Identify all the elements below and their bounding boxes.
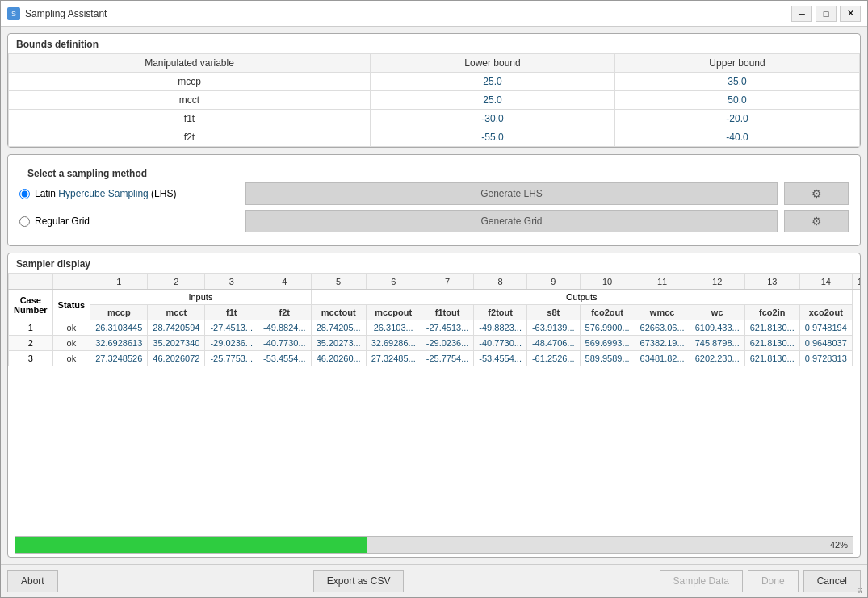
title-bar-controls: ─ □ ✕ <box>791 6 861 22</box>
bounds-col-upper: Upper bound <box>615 54 860 73</box>
col-number-3: 3 <box>205 274 258 290</box>
row-f1tout: -25.7754... <box>421 351 474 366</box>
row-wmcc: 67382.19... <box>635 336 690 351</box>
row-f2tout: -49.8823... <box>474 320 527 336</box>
col-name-xco2out: xco2out <box>799 305 852 320</box>
row-mcct: 28.7420594 <box>148 320 205 336</box>
bounds-lower: -55.0 <box>371 128 615 147</box>
col-number-15: 15 <box>852 274 860 290</box>
row-f1t: -29.0236... <box>205 336 258 351</box>
bounds-panel: Bounds definition Manipulated variable L… <box>7 33 861 148</box>
sampling-title: Select a sampling method <box>19 163 849 182</box>
maximize-button[interactable]: □ <box>816 6 837 22</box>
row-s8t: -48.4706... <box>526 336 580 351</box>
row-mccpout: 26.3103... <box>366 320 421 336</box>
export-csv-button[interactable]: Export as CSV <box>313 570 405 592</box>
row-mcct: 46.2026072 <box>148 351 205 366</box>
bounds-lower: 25.0 <box>371 73 615 91</box>
col-num-1 <box>52 274 90 290</box>
bounds-row: f2t -55.0 -40.0 <box>9 128 860 147</box>
col-name-s8t: s8t <box>526 305 580 320</box>
sampler-panel: Sampler display 12345678910111213141516 … <box>7 253 861 558</box>
bounds-table: Manipulated variable Lower bound Upper b… <box>8 53 860 147</box>
row-fco2in: 621.8130... <box>744 320 799 336</box>
lhs-option[interactable]: Latin Hypercube Sampling (LHS) <box>19 188 245 199</box>
grid-settings-button[interactable]: ⚙ <box>784 210 849 232</box>
col-number-4: 4 <box>258 274 312 290</box>
col-name-mcct: mcct <box>148 305 205 320</box>
bounds-upper: 35.0 <box>615 73 860 91</box>
col-name-f2tout: f2tout <box>474 305 527 320</box>
row-xco2out: 0.9748194 <box>799 320 852 336</box>
progress-bar-fill <box>15 537 367 553</box>
row-fco2out: 569.6993... <box>580 336 635 351</box>
col-name-fco2out: fco2out <box>580 305 635 320</box>
row-mccp: 26.3103445 <box>90 320 148 336</box>
col-number-13: 13 <box>744 274 799 290</box>
regular-grid-option[interactable]: Regular Grid <box>19 215 245 227</box>
bounds-lower: 25.0 <box>371 91 615 110</box>
main-window: S Sampling Assistant ─ □ ✕ Bounds defini… <box>0 0 868 598</box>
col-number-1: 1 <box>90 274 148 290</box>
col-number-10: 10 <box>580 274 635 290</box>
grid-buttons: Generate Grid ⚙ <box>245 210 849 232</box>
table-row: 2 ok 32.6928613 35.2027340 -29.0236... -… <box>9 336 861 351</box>
col-name-fco2in: fco2in <box>744 305 799 320</box>
regular-grid-row: Regular Grid Generate Grid ⚙ <box>19 210 849 232</box>
col-number-12: 12 <box>690 274 744 290</box>
inputs-header: Inputs <box>90 290 311 305</box>
sampler-table-body: 1 ok 26.3103445 28.7420594 -27.4513... -… <box>9 320 861 366</box>
bounds-variable: mcct <box>9 91 371 110</box>
col-name-f2t: f2t <box>258 305 312 320</box>
row-f1t: -27.4513... <box>205 320 258 336</box>
row-status: ok <box>52 320 90 336</box>
row-fco2out: 589.9589... <box>580 351 635 366</box>
close-button[interactable]: ✕ <box>840 6 861 22</box>
row-num: 3 <box>9 351 53 366</box>
row-num: 2 <box>9 336 53 351</box>
bounds-upper: -40.0 <box>615 128 860 147</box>
bounds-col-variable: Manipulated variable <box>9 54 371 73</box>
generate-lhs-button[interactable]: Generate LHS <box>245 182 778 205</box>
bounds-upper: -20.0 <box>615 110 860 128</box>
row-fco2in: 621.8130... <box>744 336 799 351</box>
resize-grip[interactable]: ⠿ <box>858 588 866 596</box>
row-mcct: 35.2027340 <box>148 336 205 351</box>
progress-label: 42% <box>830 540 848 550</box>
col-name-wmcc: wmcc <box>635 305 690 320</box>
sampling-panel: Select a sampling method Latin Hypercube… <box>7 154 861 246</box>
cancel-button[interactable]: Cancel <box>803 570 861 592</box>
sampler-table-container[interactable]: 12345678910111213141516 CaseNumber Statu… <box>8 273 860 533</box>
row-f1t: -25.7753... <box>205 351 258 366</box>
row-mccp: 32.6928613 <box>90 336 148 351</box>
lhs-settings-button[interactable]: ⚙ <box>784 182 849 205</box>
case-number-header: CaseNumber <box>9 290 53 320</box>
done-button[interactable]: Done <box>748 570 799 592</box>
row-wc: 745.8798... <box>690 336 744 351</box>
bounds-row: mcct 25.0 50.0 <box>9 91 860 110</box>
bounds-row: f1t -30.0 -20.0 <box>9 110 860 128</box>
col-name-mcctout: mcctout <box>311 305 366 320</box>
col-name-mccp: mccp <box>90 305 148 320</box>
generate-grid-button[interactable]: Generate Grid <box>245 210 778 232</box>
lhs-label-regular: Latin Hypercube Sampling (LHS) <box>35 188 176 199</box>
column-names-row: mccpmcctf1tf2tmcctoutmccpoutf1toutf2tout… <box>9 305 861 320</box>
app-icon: S <box>7 7 20 20</box>
col-name-f1tout: f1tout <box>421 305 474 320</box>
regular-grid-radio[interactable] <box>19 216 30 227</box>
row-mccpout: 27.32485... <box>366 351 421 366</box>
row-f2tout: -53.4554... <box>474 351 527 366</box>
abort-button[interactable]: Abort <box>7 570 58 592</box>
col-num-0 <box>9 274 53 290</box>
row-f2t: -53.4554... <box>258 351 312 366</box>
sample-data-button[interactable]: Sample Data <box>660 570 743 592</box>
minimize-button[interactable]: ─ <box>791 6 812 22</box>
row-f1tout: -29.0236... <box>421 336 474 351</box>
column-numbers-row: 12345678910111213141516 <box>9 274 861 290</box>
row-mcctout: 28.74205... <box>311 320 366 336</box>
sampler-table: 12345678910111213141516 CaseNumber Statu… <box>8 274 860 366</box>
row-f2t: -49.8824... <box>258 320 312 336</box>
col-name-f1t: f1t <box>205 305 258 320</box>
regular-grid-label: Regular Grid <box>35 215 90 227</box>
lhs-radio[interactable] <box>19 189 30 199</box>
